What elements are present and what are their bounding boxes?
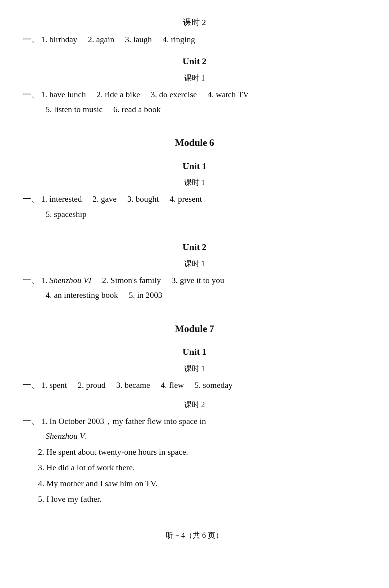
mod7-u1l2-item1-text: 1. In October 2003，my father flew into s… <box>41 414 206 428</box>
mod7-u1l2-line1b: Shenzhou V. <box>23 429 366 443</box>
mod7-u1-prefix: 一、 <box>23 378 40 392</box>
mod7-u1-lesson1-label: 课时 1 <box>23 362 366 375</box>
u2-item-4: 4. watch TV <box>207 87 249 101</box>
mod7-u1-item5: 5. someday <box>194 378 232 392</box>
mod6-u2-item1: 1. Shenzhou VI <box>41 273 92 287</box>
mod6-u2-item3: 3. give it to you <box>172 273 225 287</box>
mod6-u2-line1: 一、 1. Shenzhou VI 2. Simon's family 3. g… <box>23 273 366 287</box>
unit2-bold: Unit <box>183 56 200 66</box>
mod7-u1l2-period: . <box>85 429 87 443</box>
module7-num: 7 <box>209 323 214 334</box>
unit2-items: 一、 1. have lunch 2. ride a bike 3. do ex… <box>23 87 366 117</box>
module7-bold: Module <box>175 323 207 334</box>
u2-item-6: 6. read a book <box>113 102 161 116</box>
mod7-unit1-num: 1 <box>202 347 206 357</box>
mod6-u1-item1: 1. interested <box>41 192 82 206</box>
u2-item-3: 3. do exercise <box>151 87 197 101</box>
mod7-u1-lesson2-label: 课时 2 <box>23 398 366 411</box>
mod6-u2-item5: 5. in 2003 <box>129 288 163 302</box>
mod6-unit1-num: 1 <box>202 161 206 171</box>
u2-item-5: 5. listen to music <box>46 102 103 116</box>
footer-text: 听－4（共 6 页） <box>166 531 223 539</box>
unit2-heading: Unit 2 <box>23 54 366 69</box>
footer: 听－4（共 6 页） <box>23 529 366 542</box>
mod7-u1-item3: 3. became <box>116 378 150 392</box>
mod6-unit1-bold: Unit <box>183 161 200 171</box>
mod7-u1l2-shenzhou: Shenzhou V <box>46 429 85 443</box>
item-4: 4. ringing <box>163 32 195 46</box>
mod7-u1l2-item3: 3. He did a lot of work there. <box>30 460 366 474</box>
mod7-u1l2-item4: 4. My mother and I saw him on TV. <box>30 476 366 490</box>
mod7-u1l2-item2: 2. He spent about twenty-one hours in sp… <box>30 445 366 459</box>
mod6-u1-items: 一、 1. interested 2. gave 3. bought 4. pr… <box>23 192 366 221</box>
mod7-unit1-heading: Unit 1 <box>23 344 366 360</box>
mod6-u2-items: 一、 1. Shenzhou VI 2. Simon's family 3. g… <box>23 273 366 302</box>
mod6-u2-lesson: 课时 1 <box>23 257 366 270</box>
module6-heading: Module 6 <box>23 134 366 151</box>
unit2-num: 2 <box>202 56 206 66</box>
item-2: 2. again <box>88 32 114 46</box>
top-items-line: 一、 1. birthday 2. again 3. laugh 4. ring… <box>23 32 366 46</box>
mod6-u1-item4: 4. present <box>169 192 202 206</box>
module7-heading: Module 7 <box>23 321 366 337</box>
module6-num: 6 <box>209 137 214 148</box>
mod7-u1-item4: 4. flew <box>161 378 184 392</box>
mod6-unit2-heading: Unit 2 <box>23 239 366 255</box>
mod6-unit2-bold: Unit <box>183 242 200 252</box>
mod6-u1-line2: 5. spaceship <box>23 207 366 221</box>
top-lesson-text: 课时 2 <box>183 17 206 27</box>
unit2-line1: 一、 1. have lunch 2. ride a bike 3. do ex… <box>23 87 366 101</box>
mod6-u1-item5: 5. spaceship <box>46 207 87 221</box>
item-1: 1. birthday <box>41 32 77 46</box>
mod6-u1-prefix: 一、 <box>23 192 40 206</box>
mod6-u2-line2: 4. an interesting book 5. in 2003 <box>23 288 366 302</box>
mod6-u2-item4: 4. an interesting book <box>46 288 118 302</box>
mod7-unit1-bold: Unit <box>183 347 200 357</box>
mod7-u1l2-items: 一、 1. In October 2003，my father flew int… <box>23 414 366 506</box>
unit2-line2: 5. listen to music 6. read a book <box>23 102 366 116</box>
section-top-items: 一、 1. birthday 2. again 3. laugh 4. ring… <box>23 32 366 46</box>
mod7-u1l2-line1: 一、 1. In October 2003，my father flew int… <box>23 414 366 428</box>
mod6-u1-item2: 2. gave <box>93 192 117 206</box>
mod7-u1-items: 一、 1. spent 2. proud 3. became 4. flew 5… <box>23 378 366 392</box>
u2-item-1: 1. have lunch <box>41 87 86 101</box>
mod6-u1-lesson: 课时 1 <box>23 176 366 189</box>
module6-bold: Module <box>175 137 207 148</box>
mod7-u1-item2: 2. proud <box>77 378 105 392</box>
mod6-u2-prefix: 一、 <box>23 273 40 287</box>
mod7-u1-line1: 一、 1. spent 2. proud 3. became 4. flew 5… <box>23 378 366 392</box>
item-3: 3. laugh <box>125 32 152 46</box>
top-lesson-label: 课时 2 <box>23 15 366 29</box>
lesson1-label: 课时 1 <box>23 71 366 84</box>
mod6-unit1-heading: Unit 1 <box>23 158 366 174</box>
mod6-u1-item3: 3. bought <box>127 192 159 206</box>
mod6-unit2-num: 2 <box>202 242 206 252</box>
prefix-arrow: 一、 <box>23 32 40 46</box>
mod7-u1l2-prefix: 一、 <box>23 414 40 428</box>
u2-item-2: 2. ride a bike <box>96 87 140 101</box>
unit2-prefix: 一、 <box>23 87 40 101</box>
mod7-u1-item1: 1. spent <box>41 378 67 392</box>
mod7-u1l2-item5: 5. I love my father. <box>30 492 366 506</box>
mod6-u1-line1: 一、 1. interested 2. gave 3. bought 4. pr… <box>23 192 366 206</box>
mod6-u2-item2: 2. Simon's family <box>102 273 161 287</box>
